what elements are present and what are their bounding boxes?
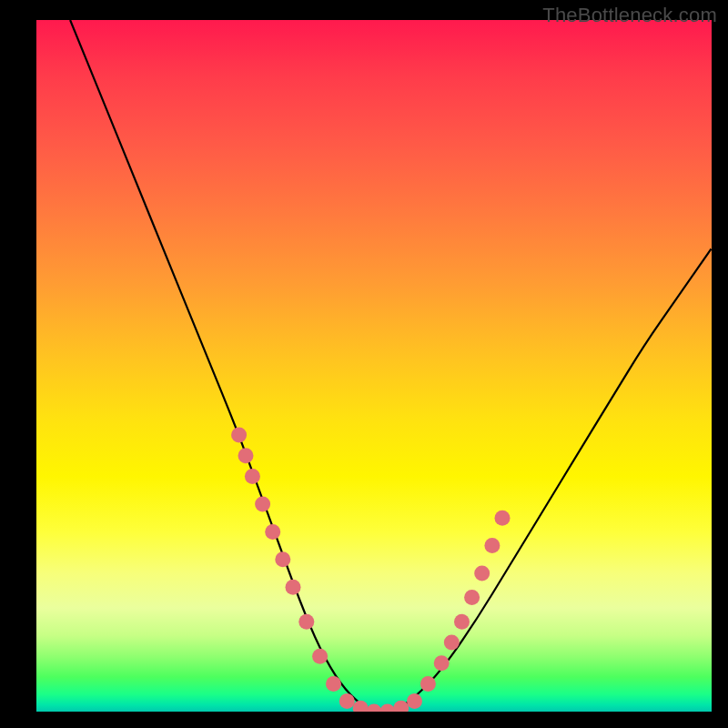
data-dot: [353, 701, 369, 712]
data-dot: [245, 469, 260, 484]
data-dot: [275, 551, 290, 567]
data-dot: [238, 448, 254, 463]
data-dot: [454, 614, 470, 630]
curve-overlay: [36, 20, 712, 712]
data-dot: [312, 649, 328, 664]
data-dot: [265, 524, 280, 540]
data-dot: [420, 676, 436, 692]
data-dot: [286, 580, 301, 595]
data-dot: [464, 590, 480, 605]
data-dot: [231, 428, 247, 443]
data-dot: [367, 704, 382, 713]
plot-area: [36, 20, 712, 712]
data-dot: [474, 566, 490, 581]
data-dot: [495, 511, 511, 526]
chart-frame: TheBottleneck.com: [0, 0, 728, 728]
bottleneck-curve: [70, 20, 712, 712]
data-dot: [434, 655, 450, 671]
data-dot: [407, 693, 422, 709]
data-dot: [484, 538, 500, 553]
data-dots: [231, 428, 510, 713]
data-dot: [298, 614, 314, 630]
data-dot: [379, 704, 395, 713]
data-dot: [444, 635, 460, 651]
data-dot: [255, 497, 270, 512]
data-dot: [326, 676, 341, 692]
data-dot: [339, 693, 355, 709]
watermark-text: TheBottleneck.com: [542, 4, 717, 27]
